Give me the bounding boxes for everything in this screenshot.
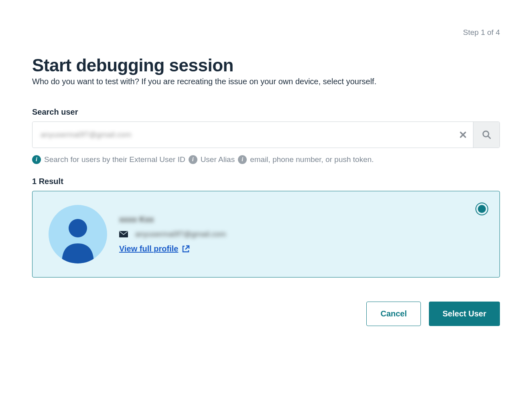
user-email: anyuserma0f7@gmail.com [135, 230, 226, 239]
select-user-radio[interactable] [475, 203, 488, 215]
clear-search-button[interactable] [453, 122, 473, 148]
close-icon [459, 131, 467, 139]
user-result-card[interactable]: xxxx Kxx anyuserma0f7@gmail.com View ful… [32, 191, 500, 277]
search-container [32, 122, 500, 148]
view-profile-link-label: View full profile [119, 244, 178, 253]
search-button[interactable] [473, 122, 500, 148]
page-title: Start debugging session [32, 55, 500, 75]
user-info: xxxx Kxx anyuserma0f7@gmail.com View ful… [119, 215, 226, 253]
search-input[interactable] [32, 122, 453, 148]
hint-text-suffix: email, phone number, or push token. [250, 155, 374, 164]
results-count-label: 1 Result [32, 177, 500, 186]
page-description: Who do you want to test with? If you are… [32, 75, 500, 87]
view-profile-link[interactable]: View full profile [119, 244, 226, 253]
person-icon [56, 215, 100, 263]
search-hint: i Search for users by their External Use… [32, 155, 500, 164]
hint-text-prefix: Search for users by their External User … [44, 155, 185, 164]
user-name: xxxx Kxx [119, 215, 226, 224]
info-icon[interactable]: i [238, 155, 247, 164]
select-user-button[interactable]: Select User [429, 302, 500, 326]
info-icon: i [32, 155, 41, 164]
search-icon [481, 130, 492, 140]
envelope-icon [119, 231, 128, 237]
cancel-button[interactable]: Cancel [366, 302, 421, 326]
step-indicator: Step 1 of 4 [463, 28, 500, 37]
external-link-icon [181, 245, 190, 253]
user-email-row: anyuserma0f7@gmail.com [119, 230, 226, 239]
svg-point-1 [69, 219, 87, 237]
hint-text-alias: User Alias [201, 155, 235, 164]
search-label: Search user [32, 107, 500, 117]
avatar [49, 205, 107, 263]
info-icon[interactable]: i [189, 155, 197, 164]
footer-actions: Cancel Select User [32, 302, 500, 326]
